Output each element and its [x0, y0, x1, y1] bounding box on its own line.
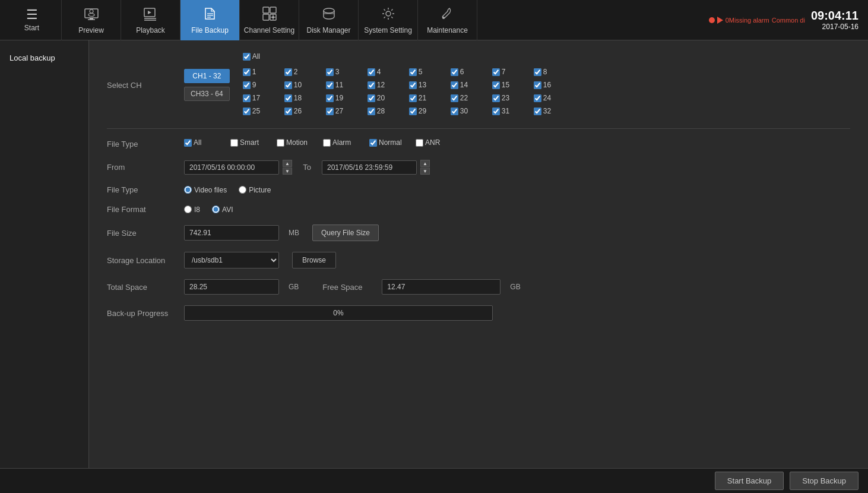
ch-21[interactable]: 21 — [409, 94, 451, 102]
from-spin-down[interactable]: ▼ — [283, 168, 292, 175]
ch-3[interactable]: 3 — [326, 68, 368, 76]
alarm-indicator: 0Missing alarm Common di — [709, 17, 805, 24]
ch-25[interactable]: 25 — [243, 107, 284, 115]
clock-block: 09:04:11 2017-05-16 — [811, 9, 859, 31]
svg-point-3 — [90, 10, 93, 13]
svg-point-22 — [442, 17, 445, 19]
nav-disk-manager[interactable]: Disk Manager — [299, 0, 359, 40]
ch-31[interactable]: 31 — [492, 107, 534, 115]
free-space-unit: GB — [510, 283, 520, 291]
ch-grid: 1 2 3 4 5 6 7 8 9 10 11 12 13 14 15 16 — [243, 68, 575, 118]
ft-smart[interactable]: Smart — [230, 138, 266, 147]
nav-system-setting-label: System Setting — [364, 26, 412, 34]
file-type-row: File Type All Smart Motion Alarm Normal … — [107, 138, 850, 149]
nav-playback[interactable]: Playback — [121, 0, 180, 40]
ff-avi[interactable]: AVI — [212, 206, 233, 214]
nav-file-backup[interactable]: File Backup — [180, 0, 240, 40]
ch-16[interactable]: 16 — [534, 81, 575, 89]
ft-anr[interactable]: ANR — [416, 138, 451, 147]
to-date-input[interactable] — [322, 160, 417, 175]
ch-2[interactable]: 2 — [284, 68, 326, 76]
storage-location-select[interactable]: /usb/sdb1 — [184, 252, 279, 268]
ch-13[interactable]: 13 — [409, 81, 451, 89]
to-spin: ▲ ▼ — [420, 160, 430, 175]
to-input-wrap: ▲ ▼ — [322, 160, 430, 175]
ch-28[interactable]: 28 — [368, 107, 409, 115]
ch-5[interactable]: 5 — [409, 68, 451, 76]
file-size-input[interactable] — [184, 225, 279, 241]
select-ch-row: Select CH CH1 - 32 CH33 - 64 All 1 2 — [107, 52, 850, 118]
ch-23[interactable]: 23 — [492, 94, 534, 102]
total-space-label: Total Space — [107, 283, 178, 292]
query-file-size-button[interactable]: Query File Size — [312, 225, 379, 241]
nav-preview-label: Preview — [78, 26, 104, 34]
ch-4[interactable]: 4 — [368, 68, 409, 76]
ch-11[interactable]: 11 — [326, 81, 368, 89]
ft2-picture[interactable]: Picture — [239, 186, 271, 194]
total-space-unit: GB — [289, 283, 299, 291]
ch-12[interactable]: 12 — [368, 81, 409, 89]
ch-26[interactable]: 26 — [284, 107, 326, 115]
from-spin-up[interactable]: ▲ — [283, 160, 292, 167]
nav-preview[interactable]: Preview — [62, 0, 121, 40]
storage-location-label: Storage Location — [107, 256, 178, 265]
bottombar: Start Backup Stop Backup — [0, 468, 868, 493]
ch-32[interactable]: 32 — [534, 107, 575, 115]
topbar: ☰ Start Preview Playback — [0, 0, 868, 40]
ch-7[interactable]: 7 — [492, 68, 534, 76]
file-format-options: I8 AVI — [184, 206, 233, 214]
ch-27[interactable]: 27 — [326, 107, 368, 115]
svg-point-19 — [324, 8, 334, 13]
to-spin-down[interactable]: ▼ — [420, 168, 430, 175]
ch-30[interactable]: 30 — [451, 107, 492, 115]
ch-20[interactable]: 20 — [368, 94, 409, 102]
ch-buttons: CH1 - 32 CH33 - 64 — [184, 69, 230, 101]
ch-6[interactable]: 6 — [451, 68, 492, 76]
preview-icon — [84, 6, 99, 24]
file-format-label: File Format — [107, 205, 178, 214]
ft-alarm[interactable]: Alarm — [323, 138, 359, 147]
ft2-video[interactable]: Video files — [184, 186, 227, 194]
ft-normal[interactable]: Normal — [369, 138, 405, 147]
nav-system-setting[interactable]: System Setting — [359, 0, 418, 40]
ch-8[interactable]: 8 — [534, 68, 575, 76]
file-size-unit: MB — [289, 229, 299, 237]
ch-19[interactable]: 19 — [326, 94, 368, 102]
ch-14[interactable]: 14 — [451, 81, 492, 89]
ch-all-check[interactable] — [243, 53, 251, 61]
backup-progress-label: Back-up Progress — [107, 309, 178, 318]
ch-15[interactable]: 15 — [492, 81, 534, 89]
ch-9[interactable]: 9 — [243, 81, 284, 89]
ch-btn-1-32[interactable]: CH1 - 32 — [184, 69, 230, 83]
ft-all[interactable]: All — [184, 138, 220, 147]
nav-maintenance[interactable]: Maintenance — [418, 0, 477, 40]
common-text: Common di — [772, 17, 805, 24]
ft-motion[interactable]: Motion — [277, 138, 312, 147]
ch-22[interactable]: 22 — [451, 94, 492, 102]
free-space-input — [382, 279, 500, 295]
from-date-input[interactable] — [184, 160, 279, 175]
ch-all-checkbox[interactable]: All — [243, 52, 278, 61]
date-range-row: From ▲ ▼ To ▲ ▼ — [107, 160, 850, 175]
to-spin-up[interactable]: ▲ — [420, 160, 430, 167]
sidebar-item-local-backup[interactable]: Local backup — [0, 46, 88, 69]
file-type-label: File Type — [107, 140, 178, 148]
storage-location-row: Storage Location /usb/sdb1 Browse — [107, 252, 850, 268]
ch-17[interactable]: 17 — [243, 94, 284, 102]
ch-1[interactable]: 1 — [243, 68, 284, 76]
ch-24[interactable]: 24 — [534, 94, 575, 102]
browse-button[interactable]: Browse — [292, 252, 336, 268]
start-backup-button[interactable]: Start Backup — [715, 472, 784, 490]
ch-29[interactable]: 29 — [409, 107, 451, 115]
nav-start[interactable]: ☰ Start — [2, 0, 62, 40]
nav-channel-setting-label: Channel Setting — [244, 26, 294, 34]
ch-18[interactable]: 18 — [284, 94, 326, 102]
stop-backup-button[interactable]: Stop Backup — [790, 472, 859, 490]
alarm-dot — [709, 17, 715, 23]
ff-i8[interactable]: I8 — [184, 206, 200, 214]
nav-channel-setting[interactable]: Channel Setting — [240, 0, 299, 40]
ch-btn-33-64[interactable]: CH33 - 64 — [184, 87, 230, 101]
filetype-options: All Smart Motion Alarm Normal ANR — [184, 138, 451, 149]
nav-disk-manager-label: Disk Manager — [306, 26, 350, 34]
ch-10[interactable]: 10 — [284, 81, 326, 89]
